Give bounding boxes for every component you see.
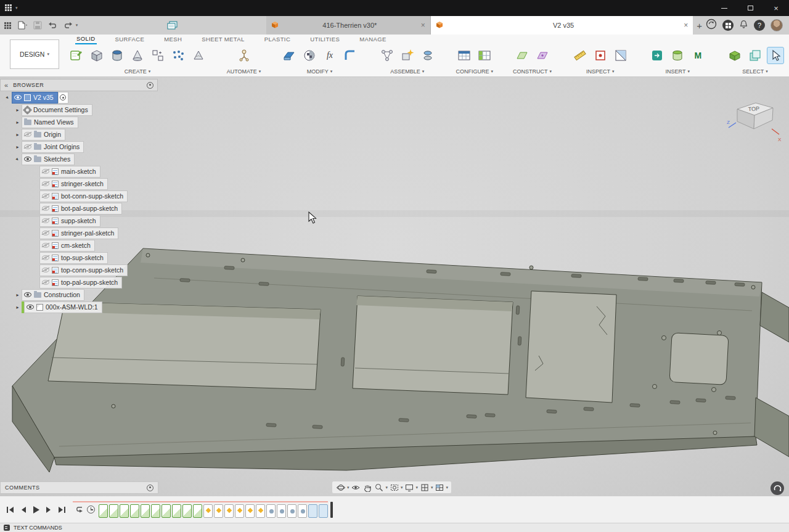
grid-display-icon[interactable]: [419, 482, 430, 493]
visibility-eye-icon[interactable]: [42, 218, 49, 223]
viewports-icon[interactable]: [435, 482, 445, 493]
timeline-feature[interactable]: [319, 504, 328, 518]
pan-icon[interactable]: [362, 482, 373, 493]
interference-icon[interactable]: [592, 47, 609, 64]
timeline-feature[interactable]: [99, 504, 108, 518]
timeline-feature[interactable]: [172, 504, 181, 518]
orbit-caret-icon[interactable]: ▾: [347, 485, 350, 490]
browser-item-sketch[interactable]: main-sketch: [0, 165, 158, 178]
timeline-feature[interactable]: [193, 504, 202, 518]
comments-menu-button[interactable]: [147, 485, 153, 491]
visibility-eye-icon[interactable]: [42, 280, 49, 285]
redo-icon[interactable]: [60, 17, 76, 33]
visibility-eye-icon[interactable]: [27, 305, 34, 309]
browser-item-named-views[interactable]: ▸ Named Views: [0, 116, 158, 128]
press-pull-icon[interactable]: [280, 47, 298, 64]
joint-icon[interactable]: [419, 47, 436, 64]
group-label[interactable]: CREATE: [125, 68, 147, 75]
browser-menu-button[interactable]: [147, 82, 153, 89]
timeline-position-marker[interactable]: [330, 502, 333, 518]
text-commands-icon[interactable]: [4, 525, 10, 531]
browser-item-sketch[interactable]: supp-sketch: [0, 215, 158, 227]
app-menu-grid-icon[interactable]: [5, 2, 12, 14]
visibility-eye-icon[interactable]: [42, 169, 49, 174]
visibility-eye-icon[interactable]: [24, 157, 31, 162]
assembly-structure-icon[interactable]: [378, 47, 396, 64]
visibility-eye-icon[interactable]: [42, 194, 49, 198]
grid-caret-icon[interactable]: ▾: [431, 485, 433, 490]
user-avatar[interactable]: [771, 19, 783, 31]
viewcube-top-label[interactable]: TOP: [748, 105, 759, 112]
timeline-play-button[interactable]: [32, 505, 40, 514]
create-sketch-icon[interactable]: [68, 47, 85, 64]
group-label[interactable]: INSERT: [666, 68, 686, 75]
pattern-icon[interactable]: [149, 47, 166, 64]
visibility-eye-icon[interactable]: [42, 268, 49, 272]
timeline-skip-end-button[interactable]: [58, 506, 66, 514]
timeline-feature[interactable]: [287, 504, 296, 518]
timeline-feature[interactable]: [182, 504, 192, 518]
visibility-eye-icon[interactable]: [14, 95, 22, 100]
redo-caret-icon[interactable]: ▾: [76, 23, 78, 28]
viewports-caret-icon[interactable]: ▾: [446, 485, 449, 490]
visibility-eye-icon[interactable]: [42, 255, 49, 260]
document-tab-active[interactable]: V2 v35 ×: [431, 16, 693, 35]
app-launcher-grid-icon[interactable]: [0, 17, 15, 33]
help-icon[interactable]: ?: [754, 20, 765, 31]
browser-item-origin[interactable]: ▸ Origin: [0, 128, 158, 141]
timeline-feature[interactable]: [120, 504, 129, 518]
automate-icon[interactable]: [235, 47, 253, 64]
timeline-feature[interactable]: [130, 504, 139, 518]
timeline-feature[interactable]: [277, 504, 286, 518]
browser-item-sketch[interactable]: top-sup-sketch: [0, 252, 158, 264]
fit-caret-icon[interactable]: ▾: [401, 485, 403, 490]
expander-icon[interactable]: ▸: [14, 292, 22, 298]
workspace-selector[interactable]: DESIGN ▾: [10, 39, 59, 69]
new-tab-button[interactable]: +: [693, 18, 706, 32]
browser-item-root[interactable]: ▸ V2 v35: [0, 91, 158, 104]
insert-derive-icon[interactable]: [648, 47, 666, 64]
file-menu-icon[interactable]: [15, 17, 31, 33]
primitive-cylinder-icon[interactable]: [108, 47, 126, 64]
construct-plane-icon[interactable]: [513, 47, 531, 64]
insert-mesh-icon[interactable]: [669, 47, 686, 64]
primitive-cone-icon[interactable]: [129, 47, 146, 64]
expander-icon[interactable]: ▸: [14, 120, 22, 125]
appearance-icon[interactable]: [301, 47, 318, 64]
timeline-feature[interactable]: [235, 504, 244, 518]
tab-surface[interactable]: SURFACE: [114, 35, 146, 44]
group-label[interactable]: INSPECT: [586, 68, 610, 75]
loft-icon[interactable]: [190, 47, 207, 64]
app-menu-caret-icon[interactable]: ▾: [15, 6, 18, 10]
expander-icon[interactable]: ▸: [13, 154, 23, 164]
browser-item-linked-component[interactable]: ▸ 000x-ASM-WLD:1: [0, 301, 158, 313]
construct-axis-icon[interactable]: [534, 47, 551, 64]
browser-item-document-settings[interactable]: ▸ Document Settings: [0, 104, 158, 116]
timeline-feature[interactable]: [214, 504, 223, 518]
orbit-icon[interactable]: [335, 482, 346, 493]
browser-item-sketch[interactable]: bot-conn-supp-sketch: [0, 190, 158, 202]
timeline-feature[interactable]: [224, 504, 234, 518]
activate-component-radio[interactable]: [58, 92, 68, 104]
fit-icon[interactable]: [389, 482, 399, 493]
tab-mesh[interactable]: MESH: [163, 35, 183, 44]
maximize-button[interactable]: [737, 0, 763, 16]
timeline-feature[interactable]: [109, 504, 118, 518]
document-tab-inactive[interactable]: 416-Therrien v30* ×: [266, 16, 431, 35]
form-dots-icon[interactable]: [170, 47, 187, 64]
viewport-canvas[interactable]: TOP Z X « BROWSER ▸ V2 v35: [0, 77, 789, 496]
display-caret-icon[interactable]: ▾: [416, 485, 419, 490]
group-label[interactable]: SELECT: [742, 68, 764, 75]
browser-item-construction[interactable]: ▸ Construction: [0, 289, 158, 301]
comments-bar[interactable]: COMMENTS: [0, 481, 158, 494]
visibility-eye-icon[interactable]: [42, 206, 49, 211]
tab-utilities[interactable]: UTILITIES: [309, 35, 341, 44]
display-settings-icon[interactable]: [404, 482, 415, 493]
timeline-step-back-button[interactable]: [20, 506, 27, 514]
assistant-button[interactable]: [771, 481, 784, 495]
timeline-feature[interactable]: [308, 504, 317, 518]
expander-icon[interactable]: ▸: [14, 107, 22, 113]
visibility-eye-icon[interactable]: [24, 132, 31, 137]
browser-item-sketch[interactable]: stringer-sketch: [0, 178, 158, 190]
timeline-step-forward-button[interactable]: [46, 506, 52, 514]
